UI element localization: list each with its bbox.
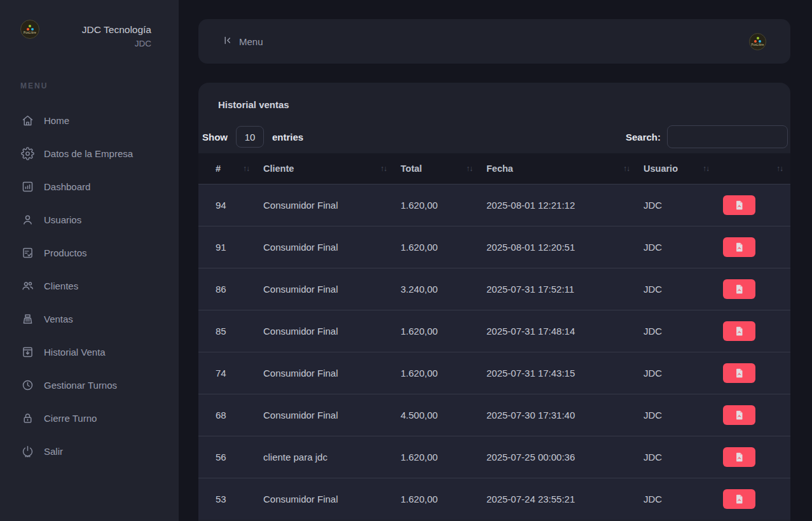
sidebar-item-label: Gestionar Turnos: [44, 380, 117, 391]
sidebar-item-clientes[interactable]: Clientes: [0, 269, 179, 302]
row-id: 68: [198, 394, 263, 436]
brand-text: JDC Tecnología JDC: [39, 20, 151, 48]
row-total: 1.620,00: [401, 310, 486, 352]
row-fecha: 2025-07-31 17:52:11: [486, 268, 643, 310]
pdf-export-button[interactable]: [723, 489, 755, 509]
row-cliente: Consumidor Final: [263, 184, 401, 226]
row-usuario: JDC: [643, 310, 723, 352]
col-header-num[interactable]: #↑↓: [198, 153, 263, 184]
row-total: 3.240,00: [401, 268, 486, 310]
home-icon: [20, 113, 34, 127]
row-usuario: JDC: [643, 268, 723, 310]
pdf-export-button[interactable]: [723, 363, 755, 383]
row-fecha: 2025-07-25 00:00:36: [486, 436, 643, 478]
row-usuario: JDC: [643, 478, 723, 520]
pdf-export-button[interactable]: [723, 195, 755, 215]
table-row: 53Consumidor Final1.620,002025-07-24 23:…: [198, 478, 790, 520]
row-usuario: JDC: [643, 352, 723, 394]
sidebar-item-label: Productos: [44, 247, 87, 258]
table-controls: Show 10 entries Search:: [198, 125, 790, 148]
sidebar-item-home[interactable]: Home: [0, 104, 179, 137]
row-actions: [723, 352, 790, 394]
row-total: 1.620,00: [401, 478, 486, 520]
header-row: #↑↓Cliente↑↓Total↑↓Fecha↑↓Usuario↑↓↑↓: [198, 153, 790, 184]
brand-title: JDC Tecnología: [39, 24, 151, 36]
table-row: 74Consumidor Final1.620,002025-07-31 17:…: [198, 352, 790, 394]
sidebar-item-historial-venta[interactable]: Historial Venta: [0, 335, 179, 368]
col-header-label: Total: [401, 163, 422, 174]
row-actions: [723, 478, 790, 520]
page-size-select[interactable]: 10: [236, 126, 264, 148]
col-header-total[interactable]: Total↑↓: [401, 153, 486, 184]
sort-icon[interactable]: ↑↓: [776, 164, 783, 173]
brand-subtitle: JDC: [39, 39, 151, 48]
pdf-file-icon: [734, 452, 744, 462]
pdf-export-button[interactable]: [723, 447, 755, 467]
sort-icon[interactable]: ↑↓: [623, 164, 630, 173]
sidebar-collapse-button[interactable]: Menu: [223, 35, 263, 48]
sidebar-item-usuarios[interactable]: Usuarios: [0, 203, 179, 236]
sidebar-item-gestionar-turnos[interactable]: Gestionar Turnos: [0, 368, 179, 401]
sidebar-item-salir[interactable]: Salir: [0, 434, 179, 468]
checklist-icon: [20, 246, 34, 260]
row-fecha: 2025-08-01 12:21:12: [486, 184, 643, 226]
menu-section-label: MENU: [20, 81, 179, 90]
pdf-file-icon: [734, 200, 744, 211]
sidebar-item-cierre-turno[interactable]: Cierre Turno: [0, 401, 179, 434]
sidebar-item-label: Historial Venta: [44, 347, 106, 358]
sort-icon[interactable]: ↑↓: [243, 164, 249, 173]
row-fecha: 2025-07-31 17:43:15: [486, 352, 643, 394]
sidebar-item-label: Ventas: [44, 314, 73, 324]
cash-register-icon: [20, 312, 34, 326]
sidebar-nav: HomeDatos de la EmpresaDashboardUsuarios…: [0, 104, 179, 468]
row-id: 86: [198, 268, 263, 310]
col-header-usuario[interactable]: Usuario↑↓: [643, 153, 723, 184]
row-cliente: Consumidor Final: [263, 310, 401, 352]
col-header-cliente[interactable]: Cliente↑↓: [263, 153, 401, 184]
pdf-export-button[interactable]: [723, 405, 755, 425]
sidebar-item-label: Dashboard: [44, 181, 90, 192]
search-control: Search:: [626, 125, 788, 148]
sales-table: #↑↓Cliente↑↓Total↑↓Fecha↑↓Usuario↑↓↑↓ 94…: [198, 153, 790, 520]
row-actions: [723, 226, 790, 268]
logo-text: PosLibre: [751, 43, 764, 46]
menu-toggle-label: Menu: [239, 36, 263, 47]
table-row: 68Consumidor Final4.500,002025-07-30 17:…: [198, 394, 790, 436]
sort-icon[interactable]: ↑↓: [380, 164, 387, 173]
sort-icon[interactable]: ↑↓: [703, 164, 709, 173]
logo-dot: [757, 37, 759, 39]
row-id: 53: [198, 478, 263, 520]
sidebar-item-productos[interactable]: Productos: [0, 236, 179, 269]
row-usuario: JDC: [643, 184, 723, 226]
sidebar-item-label: Salir: [44, 446, 63, 457]
row-usuario: JDC: [643, 394, 723, 436]
row-total: 1.620,00: [401, 184, 486, 226]
row-id: 91: [198, 226, 263, 268]
row-actions: [723, 436, 790, 478]
pdf-file-icon: [734, 494, 744, 504]
sidebar: PosLibre JDC Tecnología JDC MENU HomeDat…: [0, 0, 179, 521]
row-cliente: cliente para jdc: [263, 436, 401, 478]
row-total: 1.620,00: [401, 226, 486, 268]
sidebar-item-dashboard[interactable]: Dashboard: [0, 170, 179, 203]
sort-icon[interactable]: ↑↓: [466, 164, 472, 173]
pdf-export-button[interactable]: [723, 237, 755, 257]
sidebar-item-datos-empresa[interactable]: Datos de la Empresa: [0, 137, 179, 170]
col-header-actions[interactable]: ↑↓: [723, 153, 790, 184]
row-fecha: 2025-07-30 17:31:40: [486, 394, 643, 436]
sidebar-item-label: Cierre Turno: [44, 413, 97, 424]
row-total: 1.620,00: [401, 436, 486, 478]
sidebar-item-ventas[interactable]: Ventas: [0, 302, 179, 335]
search-input[interactable]: [667, 125, 788, 148]
pdf-file-icon: [734, 326, 744, 337]
row-actions: [723, 310, 790, 352]
row-usuario: JDC: [643, 436, 723, 478]
col-header-fecha[interactable]: Fecha↑↓: [486, 153, 643, 184]
pdf-export-button[interactable]: [723, 321, 755, 341]
table-row: 91Consumidor Final1.620,002025-08-01 12:…: [198, 226, 790, 268]
row-id: 85: [198, 310, 263, 352]
pdf-export-button[interactable]: [723, 279, 755, 299]
user-avatar[interactable]: PosLibre: [749, 33, 766, 50]
sidebar-item-label: Home: [44, 115, 69, 126]
gear-icon: [20, 146, 34, 160]
